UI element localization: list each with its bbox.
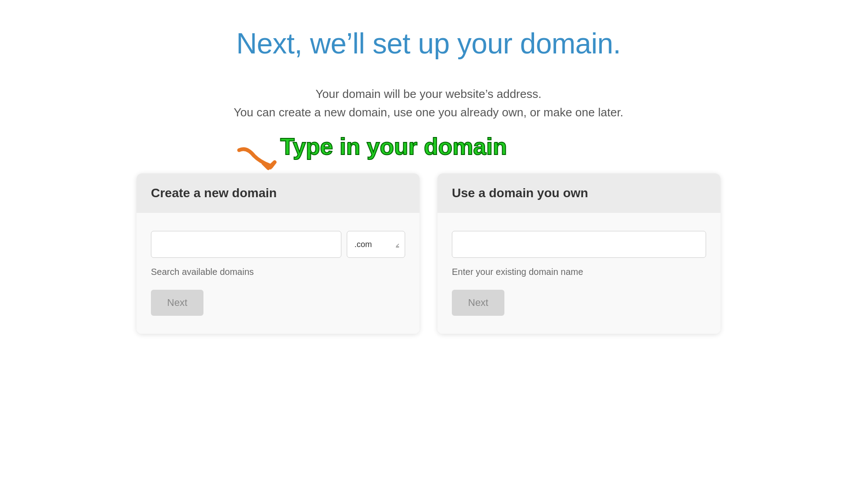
own-domain-card: Use a domain you own Enter your existing…	[437, 173, 720, 334]
tld-select-wrapper: .com ⦤	[347, 231, 405, 258]
create-domain-card-header: Create a new domain	[137, 173, 420, 213]
tld-value: .com	[354, 240, 372, 249]
arrow-container	[235, 142, 280, 175]
page-title: Next, we’ll set up your domain.	[236, 27, 621, 60]
create-domain-card: Create a new domain .com ⦤ Search availa…	[137, 173, 420, 334]
own-domain-input-label: Enter your existing domain name	[452, 267, 706, 277]
annotation-text: Type in your domain	[280, 133, 507, 160]
create-domain-card-title: Create a new domain	[151, 186, 277, 200]
create-domain-input[interactable]	[151, 231, 341, 258]
annotation-area: Type in your domain	[226, 133, 631, 169]
cards-container: Create a new domain .com ⦤ Search availa…	[137, 173, 720, 334]
chevron-down-icon: ⦤	[396, 241, 399, 248]
own-domain-card-body: Enter your existing domain name Next	[437, 213, 720, 334]
own-domain-card-title: Use a domain you own	[452, 186, 588, 200]
subtitle-block: Your domain will be your website’s addre…	[234, 87, 623, 119]
subtitle-line2: You can create a new domain, use one you…	[234, 106, 623, 119]
create-domain-next-button[interactable]: Next	[151, 290, 203, 316]
own-domain-next-button[interactable]: Next	[452, 290, 504, 316]
create-domain-card-body: .com ⦤ Search available domains Next	[137, 213, 420, 334]
arrow-icon	[235, 142, 280, 173]
own-domain-card-header: Use a domain you own	[437, 173, 720, 213]
create-domain-input-label: Search available domains	[151, 267, 405, 277]
subtitle-line1: Your domain will be your website’s addre…	[234, 87, 623, 101]
tld-select-display[interactable]: .com ⦤	[347, 231, 405, 258]
create-domain-input-row: .com ⦤	[151, 231, 405, 258]
own-domain-input[interactable]	[452, 231, 706, 258]
own-domain-input-row	[452, 231, 706, 258]
